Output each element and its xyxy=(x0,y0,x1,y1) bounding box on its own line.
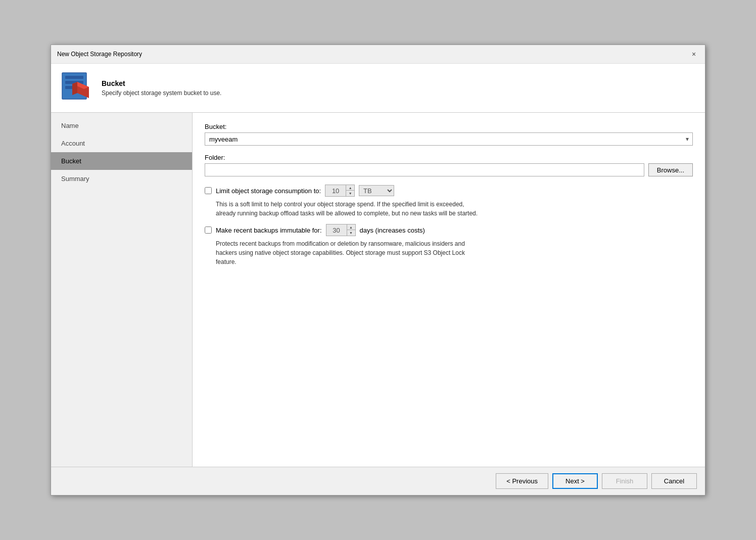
svg-marker-7 xyxy=(72,82,77,95)
header-text: Bucket Specify object storage system buc… xyxy=(102,79,221,97)
next-button[interactable]: Next > xyxy=(552,473,598,489)
limit-unit-select[interactable]: TB GB xyxy=(359,185,394,196)
bucket-select-wrapper: myveeam xyxy=(205,132,693,146)
cancel-button[interactable]: Cancel xyxy=(651,473,697,489)
sidebar-item-summary[interactable]: Summary xyxy=(51,170,192,188)
bucket-label: Bucket: xyxy=(205,123,693,130)
immutable-value-input[interactable] xyxy=(326,224,347,236)
sidebar-item-account[interactable]: Account xyxy=(51,134,192,152)
sidebar: Name Account Bucket Summary xyxy=(51,113,193,467)
limit-option-section: Limit object storage consumption to: ▲ ▼… xyxy=(205,185,693,218)
storage-icon xyxy=(61,72,93,104)
dialog-title: New Object Storage Repository xyxy=(57,51,142,58)
limit-checkbox[interactable] xyxy=(205,187,212,194)
dialog: New Object Storage Repository × Bucket S… xyxy=(51,44,705,496)
header-section: Bucket Specify object storage system buc… xyxy=(51,64,705,113)
footer: < Previous Next > Finish Cancel xyxy=(51,467,705,495)
main-content: Bucket: myveeam Folder: Browse... xyxy=(193,113,705,467)
folder-field-group: Folder: Browse... xyxy=(205,154,693,176)
finish-button[interactable]: Finish xyxy=(602,473,647,489)
sidebar-item-name[interactable]: Name xyxy=(51,117,192,134)
limit-spinner: ▲ ▼ xyxy=(325,185,355,197)
immutable-spinner: ▲ ▼ xyxy=(326,224,356,236)
folder-row: Browse... xyxy=(205,163,693,176)
limit-label: Limit object storage consumption to: xyxy=(216,187,321,195)
immutable-suffix: days (increases costs) xyxy=(360,227,425,234)
svg-rect-2 xyxy=(65,76,83,79)
immutable-down-button[interactable]: ▼ xyxy=(347,230,355,236)
folder-label: Folder: xyxy=(205,154,693,161)
limit-spinner-buttons: ▲ ▼ xyxy=(346,185,354,196)
browse-button[interactable]: Browse... xyxy=(648,163,693,176)
header-title: Bucket xyxy=(102,79,221,87)
immutable-spinner-buttons: ▲ ▼ xyxy=(347,224,355,236)
content-area: Name Account Bucket Summary Bucket: myve… xyxy=(51,113,705,467)
close-button[interactable]: × xyxy=(689,49,699,59)
bucket-select[interactable]: myveeam xyxy=(205,132,693,146)
previous-button[interactable]: < Previous xyxy=(496,473,548,489)
immutable-up-button[interactable]: ▲ xyxy=(347,224,355,230)
title-bar: New Object Storage Repository × xyxy=(51,45,705,64)
folder-input[interactable] xyxy=(205,163,644,176)
header-subtitle: Specify object storage system bucket to … xyxy=(102,89,221,97)
bucket-field-group: Bucket: myveeam xyxy=(205,123,693,146)
immutable-option-section: Make recent backups immutable for: ▲ ▼ d… xyxy=(205,224,693,266)
limit-option-row: Limit object storage consumption to: ▲ ▼… xyxy=(205,185,693,197)
immutable-option-row: Make recent backups immutable for: ▲ ▼ d… xyxy=(205,224,693,236)
immutable-checkbox[interactable] xyxy=(205,227,212,234)
limit-down-button[interactable]: ▼ xyxy=(346,191,354,196)
immutable-label: Make recent backups immutable for: xyxy=(216,227,322,234)
limit-up-button[interactable]: ▲ xyxy=(346,185,354,191)
sidebar-item-bucket[interactable]: Bucket xyxy=(51,152,192,170)
immutable-description: Protects recent backups from modificatio… xyxy=(216,239,693,266)
limit-description: This is a soft limit to help control you… xyxy=(216,200,693,218)
limit-value-input[interactable] xyxy=(325,185,346,196)
